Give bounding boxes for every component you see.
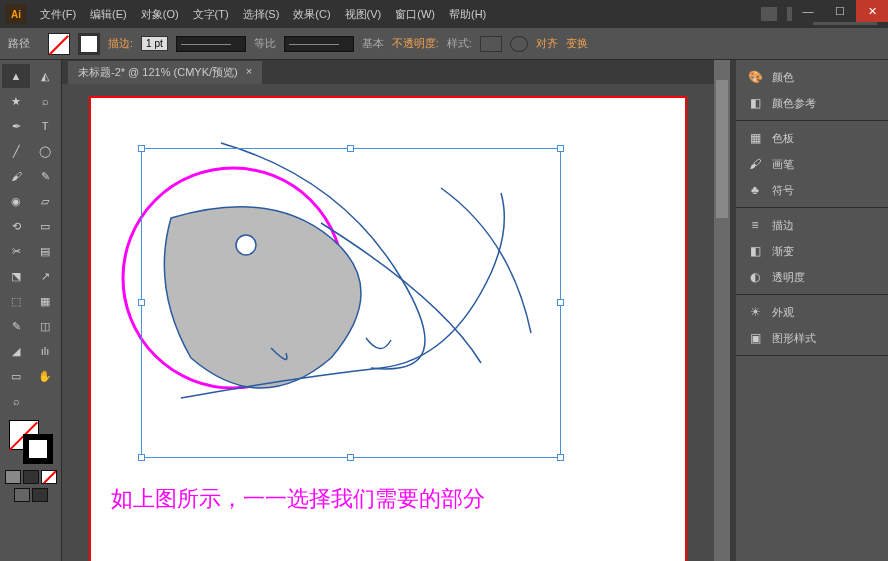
tool-button[interactable]: ◭ [31,64,59,88]
tool-button[interactable]: ⟲ [2,214,30,238]
menu-item[interactable]: 文字(T) [187,3,235,26]
scrollbar-thumb[interactable] [716,80,728,218]
panel-icon: ◧ [746,95,764,111]
recolor-button[interactable] [510,36,528,52]
panel-label: 色板 [772,131,794,146]
panel-item[interactable]: 🎨颜色 [736,64,888,90]
tool-button[interactable]: ◉ [2,189,30,213]
menu-item[interactable]: 编辑(E) [84,3,133,26]
handle-w[interactable] [138,299,145,306]
tool-button[interactable]: ▦ [31,289,59,313]
panel-icon: ▣ [746,330,764,346]
panel-icon: ☀ [746,304,764,320]
screen-full[interactable] [32,488,48,502]
panel-item[interactable]: ◧渐变 [736,238,888,264]
panel-item[interactable]: ◧颜色参考 [736,90,888,116]
tool-button[interactable]: ▱ [31,189,59,213]
transform-label[interactable]: 变换 [566,36,588,51]
handle-e[interactable] [557,299,564,306]
color-mode[interactable] [5,470,21,484]
gradient-mode[interactable] [23,470,39,484]
close-button[interactable]: ✕ [856,0,888,22]
tool-button[interactable]: ◯ [31,139,59,163]
tool-button[interactable]: ▭ [31,214,59,238]
menu-item[interactable]: 效果(C) [287,3,336,26]
menu-item[interactable]: 窗口(W) [389,3,441,26]
tool-button[interactable]: ⌕ [2,389,30,413]
panel-item[interactable]: ◐透明度 [736,264,888,290]
panel-item[interactable]: ▦色板 [736,125,888,151]
stroke-label[interactable]: 描边: [108,36,133,51]
tool-button[interactable]: ⬚ [2,289,30,313]
tool-button[interactable]: ılı [31,339,59,363]
document-tab[interactable]: 未标题-2* @ 121% (CMYK/预览) × [68,61,262,84]
minimize-button[interactable]: — [792,0,824,22]
tool-button[interactable]: ╱ [2,139,30,163]
panel-label: 渐变 [772,244,794,259]
panel-label: 颜色参考 [772,96,816,111]
panel-icon: ▦ [746,130,764,146]
scrollbar[interactable] [714,60,730,561]
handle-nw[interactable] [138,145,145,152]
menu-item[interactable]: 对象(O) [135,3,185,26]
stroke-weight-input[interactable]: 1 pt [141,36,168,51]
tool-button[interactable]: ✎ [2,314,30,338]
panel-item[interactable]: ♣符号 [736,177,888,203]
tool-button[interactable]: ✒ [2,114,30,138]
panel-item[interactable]: ▣图形样式 [736,325,888,351]
handle-se[interactable] [557,454,564,461]
panel-label: 图形样式 [772,331,816,346]
tool-button[interactable]: ◢ [2,339,30,363]
tool-button[interactable]: T [31,114,59,138]
panel-icon: 🎨 [746,69,764,85]
menu-item[interactable]: 选择(S) [237,3,286,26]
tool-button[interactable]: ✋ [31,364,59,388]
tool-button[interactable]: ▤ [31,239,59,263]
panel-icon: ≡ [746,217,764,233]
tool-button[interactable]: ▭ [2,364,30,388]
tool-button[interactable]: ★ [2,89,30,113]
screen-normal[interactable] [14,488,30,502]
menu-item[interactable]: 视图(V) [339,3,388,26]
tool-button[interactable]: ✎ [31,164,59,188]
brush-select[interactable] [284,36,354,52]
selection-type-label: 路径 [8,36,30,51]
fill-stroke-control[interactable] [9,420,53,464]
maximize-button[interactable]: ☐ [824,0,856,22]
tool-button[interactable]: ▲ [2,64,30,88]
stroke-color[interactable] [23,434,53,464]
panel-item[interactable]: ☀外观 [736,299,888,325]
style-select[interactable] [480,36,502,52]
tool-button[interactable]: 🖌 [2,164,30,188]
panel-item[interactable]: ≡描边 [736,212,888,238]
tool-button[interactable]: ↗ [31,264,59,288]
layout-button-1[interactable] [760,6,778,22]
artboard[interactable]: 如上图所示，一一选择我们需要的部分 [89,96,687,561]
panel-icon: 🖌 [746,156,764,172]
titlebar: Ai 文件(F)编辑(E)对象(O)文字(T)选择(S)效果(C)视图(V)窗口… [0,0,888,28]
tool-button[interactable]: ⬔ [2,264,30,288]
panel-label: 符号 [772,183,794,198]
stroke-swatch[interactable] [78,33,100,55]
handle-sw[interactable] [138,454,145,461]
tool-button[interactable]: ⌕ [31,89,59,113]
panel-label: 外观 [772,305,794,320]
align-label[interactable]: 对齐 [536,36,558,51]
handle-n[interactable] [347,145,354,152]
tool-button[interactable]: ◫ [31,314,59,338]
fill-swatch[interactable] [48,33,70,55]
uniform-label: 等比 [254,36,276,51]
width-profile-select[interactable] [176,36,246,52]
canvas[interactable]: 如上图所示，一一选择我们需要的部分 [62,84,714,561]
tool-button[interactable]: ✂ [2,239,30,263]
handle-ne[interactable] [557,145,564,152]
panel-icon: ◐ [746,269,764,285]
tools-panel: ▲◭★⌕✒T╱◯🖌✎◉▱⟲▭✂▤⬔↗⬚▦✎◫◢ılı▭✋⌕ [0,60,62,561]
menu-item[interactable]: 帮助(H) [443,3,492,26]
none-mode[interactable] [41,470,57,484]
tab-close-icon[interactable]: × [246,65,252,80]
opacity-label[interactable]: 不透明度: [392,36,439,51]
handle-s[interactable] [347,454,354,461]
panel-item[interactable]: 🖌画笔 [736,151,888,177]
menu-item[interactable]: 文件(F) [34,3,82,26]
